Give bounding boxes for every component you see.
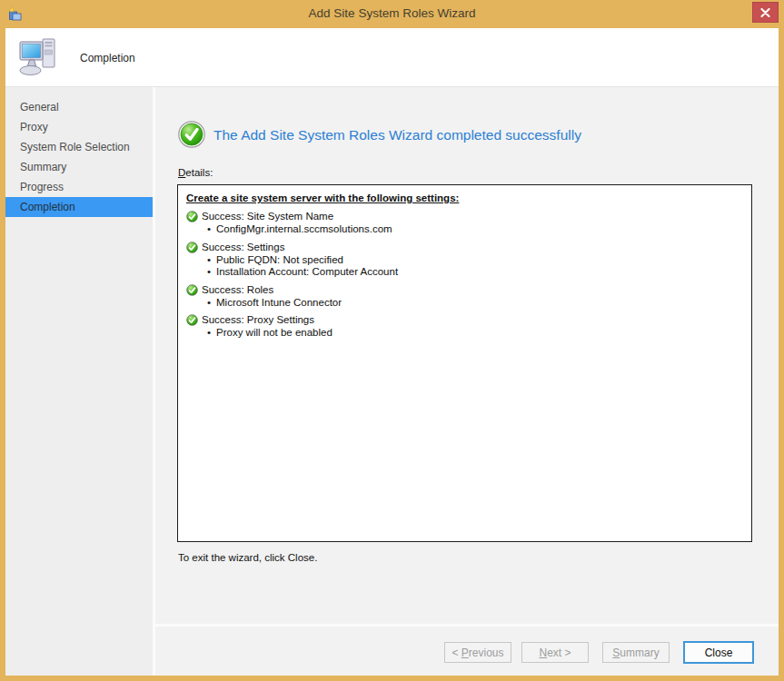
- success-check-icon: [186, 314, 198, 326]
- previous-button[interactable]: < Previous: [444, 642, 511, 663]
- status-group: Success: Site System Name ConfigMgr.inte…: [186, 210, 743, 236]
- sidebar-step-item: Summary: [5, 157, 153, 177]
- bullet-item: Public FQDN: Not specified: [186, 254, 743, 267]
- sidebar-step-label: Completion: [20, 201, 75, 213]
- status-text: Success: Settings: [202, 242, 284, 253]
- status-group: Success: Roles Microsoft Intune Connecto…: [186, 283, 743, 310]
- titlebar[interactable]: Add Site System Roles Wizard: [0, 0, 784, 28]
- status-text: Success: Site System Name: [202, 211, 333, 222]
- bullet-list: Proxy will not be enabled: [186, 327, 743, 340]
- main-content: The Add Site System Roles Wizard complet…: [155, 87, 779, 676]
- sidebar-step-label: Progress: [20, 181, 64, 193]
- success-check-icon: [186, 211, 198, 222]
- bullet-list: ConfigMgr.internal.sccmsolutions.com: [186, 223, 743, 236]
- button-bar-separator: [155, 624, 779, 627]
- details-label: Details:: [178, 167, 213, 178]
- sidebar-step-label: Summary: [20, 161, 66, 173]
- sidebar-step-item: Completion: [5, 197, 153, 217]
- bullet-text: Public FQDN: Not specified: [216, 254, 343, 265]
- summary-button[interactable]: Summary: [602, 642, 670, 663]
- wizard-header: Completion: [5, 28, 779, 87]
- wizard-steps-sidebar: General Proxy System Role Selection Summ…: [5, 87, 153, 676]
- status-group: Success: Settings Public FQDN: Not speci…: [186, 241, 743, 279]
- success-check-icon: [186, 242, 198, 253]
- sidebar-step-label: System Role Selection: [20, 141, 130, 153]
- success-check-icon: [186, 284, 198, 296]
- page-title: Completion: [80, 52, 135, 64]
- status-group: Success: Proxy Settings Proxy will not b…: [186, 313, 743, 340]
- bullet-text: Proxy will not be enabled: [216, 327, 332, 338]
- details-heading: Create a site system server with the fol…: [186, 192, 743, 204]
- bullet-item: Microsoft Intune Connector: [186, 297, 743, 310]
- exit-instruction: To exit the wizard, click Close.: [178, 552, 317, 563]
- sidebar-step-label: Proxy: [20, 121, 48, 133]
- next-button[interactable]: Next >: [521, 642, 589, 663]
- bullet-text: ConfigMgr.internal.sccmsolutions.com: [216, 223, 392, 234]
- bullet-list: Microsoft Intune Connector: [186, 297, 743, 310]
- close-icon: [760, 8, 770, 17]
- sidebar-step-label: General: [20, 101, 59, 114]
- sidebar-step-item: System Role Selection: [5, 137, 153, 157]
- bullet-item: ConfigMgr.internal.sccmsolutions.com: [186, 223, 743, 236]
- bullet-item: Installation Account: Computer Account: [186, 266, 743, 279]
- green-success-check-icon: [178, 121, 205, 148]
- wizard-window: Add Site System Roles Wizard Completi: [0, 0, 784, 681]
- details-panel: Create a site system server with the fol…: [177, 184, 752, 542]
- close-button[interactable]: Close: [683, 641, 754, 664]
- completion-status-heading: The Add Site System Roles Wizard complet…: [213, 127, 581, 143]
- bullet-item: Proxy will not be enabled: [186, 327, 743, 340]
- status-text: Success: Roles: [202, 284, 273, 296]
- window-title: Add Site System Roles Wizard: [0, 0, 784, 28]
- bullet-text: Installation Account: Computer Account: [216, 266, 398, 277]
- close-window-button[interactable]: [752, 2, 779, 23]
- details-groups: Success: Site System Name ConfigMgr.inte…: [186, 210, 743, 340]
- sidebar-step-item: Progress: [5, 177, 153, 197]
- computer-workstation-icon: [18, 37, 60, 77]
- sidebar-step-item: Proxy: [5, 117, 153, 137]
- bullet-list: Public FQDN: Not specified Installation …: [186, 254, 743, 279]
- sidebar-step-item: General: [5, 97, 153, 117]
- status-text: Success: Proxy Settings: [202, 314, 314, 326]
- bullet-text: Microsoft Intune Connector: [216, 297, 342, 308]
